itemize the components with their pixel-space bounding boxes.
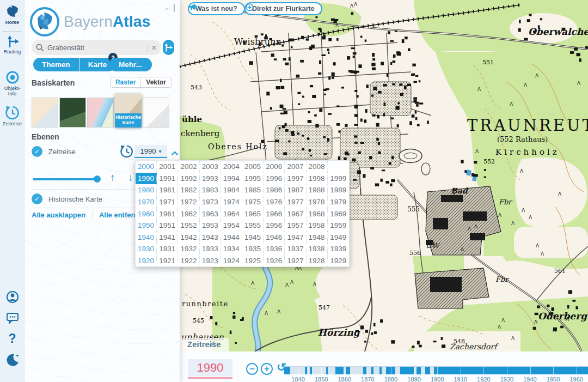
raster-option[interactable]: Raster [111,77,140,87]
year-option[interactable]: 1957 [285,220,306,232]
year-option[interactable]: 1936 [264,243,285,255]
year-option[interactable]: 1995 [242,173,264,185]
year-option[interactable]: 1989 [328,184,349,196]
collapse-panel-icon[interactable]: ←| [164,3,175,12]
timeline-zoom-out-button[interactable]: − [246,363,258,375]
flurkarte-button[interactable]: Direkt zur Flurkarte [244,2,322,15]
year-option[interactable]: 1985 [242,184,264,196]
sidebar-item-help[interactable]: ? [0,331,24,346]
year-option[interactable]: 1928 [307,255,328,267]
year-option[interactable]: 1969 [328,208,349,220]
year-option[interactable]: 1930 [136,243,157,255]
themen-button[interactable]: Themen [33,58,79,71]
year-option[interactable]: 1947 [285,232,306,244]
year-option[interactable]: 1929 [328,255,349,267]
year-option[interactable]: 1933 [200,243,221,255]
year-option[interactable]: 1945 [242,232,264,244]
search-box[interactable]: × [32,40,161,55]
year-option[interactable]: 2006 [264,161,285,173]
year-option[interactable]: 1997 [285,173,306,185]
year-option[interactable]: 1974 [221,196,242,208]
year-option[interactable]: 1968 [307,208,328,220]
zeitreise-checkbox[interactable]: ✓ [32,146,42,157]
sidebar-item-account[interactable] [0,290,24,304]
collapse-layer-icon[interactable] [171,148,179,158]
basemap-thumb-standard[interactable] [32,98,58,128]
year-option[interactable]: 1975 [242,196,264,208]
year-option[interactable]: 1967 [285,208,306,220]
basemap-thumb-aerial[interactable] [59,98,86,128]
year-option[interactable]: 1926 [264,255,285,267]
year-option[interactable]: 1986 [264,184,285,196]
opacity-slider[interactable] [33,178,97,180]
year-option[interactable]: 1961 [157,208,178,220]
year-option[interactable]: 1973 [200,196,221,208]
year-option[interactable]: 1998 [307,173,328,185]
sidebar-item-objekt-info[interactable]: Objekt-Info [0,70,24,96]
clear-search-icon[interactable]: × [151,43,157,52]
year-option[interactable]: 1955 [242,220,264,232]
timeline-zoom-in-button[interactable]: + [261,363,273,375]
year-option[interactable]: 1958 [307,220,328,232]
basemap-thumb-grayscale[interactable] [143,98,169,128]
year-option[interactable]: 1924 [221,255,242,267]
year-select[interactable]: 1990 ▾ [134,145,167,158]
year-option[interactable]: 1984 [221,184,242,196]
year-option[interactable]: 1983 [200,184,221,196]
mehr-button[interactable]: Mehr... [109,58,152,71]
app-logo[interactable]: BayernAtlas [30,7,150,37]
year-option[interactable]: 1932 [178,243,199,255]
year-option[interactable]: 1981 [157,184,178,196]
year-option[interactable]: 1977 [285,196,306,208]
timeline-bar[interactable] [284,366,588,374]
year-option[interactable]: 2005 [242,161,264,173]
year-option[interactable]: 1952 [178,220,199,232]
year-option[interactable]: 2000 [136,161,157,173]
layer-history-icon[interactable] [120,145,133,160]
year-option[interactable]: 1962 [178,208,199,220]
year-option[interactable]: 1941 [157,232,178,244]
year-option[interactable]: 1956 [264,220,285,232]
year-option[interactable]: 1965 [242,208,264,220]
year-option[interactable]: 1921 [157,255,178,267]
year-option[interactable]: 1943 [200,232,221,244]
year-option[interactable]: 1935 [242,243,264,255]
year-option[interactable]: 1940 [136,232,157,244]
year-option[interactable]: 1979 [328,196,349,208]
year-option[interactable]: 1996 [264,173,285,185]
year-option[interactable]: 1960 [136,208,157,220]
year-option[interactable]: 2002 [178,161,199,173]
year-option[interactable]: 1938 [307,243,328,255]
sidebar-item-night-mode[interactable] [0,353,24,367]
year-option[interactable]: 1939 [328,243,349,255]
year-option[interactable]: 1937 [285,243,306,255]
year-option[interactable]: 1970 [136,196,157,208]
year-option[interactable]: 1994 [221,173,242,185]
year-option[interactable]: 1963 [200,208,221,220]
year-option[interactable]: 1976 [264,196,285,208]
year-option[interactable]: 1920 [136,255,157,267]
year-option[interactable]: 1927 [285,255,306,267]
vektor-option[interactable]: Vektor [140,77,171,87]
year-option[interactable]: 2007 [285,161,306,173]
year-option[interactable]: 1982 [178,184,199,196]
year-option[interactable]: 1948 [307,232,328,244]
routing-search-button[interactable] [163,40,174,55]
whats-new-button[interactable]: Was ist neu? [188,2,245,15]
year-option[interactable]: 1942 [178,232,199,244]
year-option[interactable]: 2001 [157,161,178,173]
year-option[interactable]: 1964 [221,208,242,220]
year-option[interactable]: 1944 [221,232,242,244]
year-option[interactable]: 1922 [178,255,199,267]
move-layer-up-button[interactable]: ↑ [110,172,115,184]
year-option[interactable]: 1931 [157,243,178,255]
year-option[interactable]: 1988 [307,184,328,196]
year-option[interactable]: 2004 [221,161,242,173]
year-option[interactable]: 1990 [136,173,157,185]
year-option[interactable]: 1925 [242,255,264,267]
basemap-thumb-colored[interactable] [87,98,114,128]
historische-checkbox[interactable]: ✓ [32,193,42,204]
basemap-thumb-historic[interactable]: Historische Karte [115,94,142,128]
year-option[interactable]: 1999 [328,173,349,185]
year-option[interactable]: 1951 [157,220,178,232]
